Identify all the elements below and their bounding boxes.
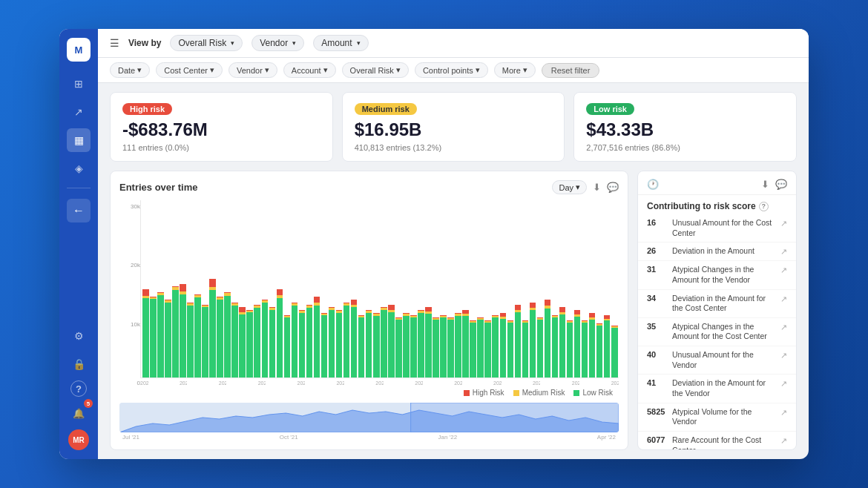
bar-group — [157, 203, 164, 377]
bar-group — [477, 203, 484, 377]
external-link-icon[interactable]: ↗ — [780, 436, 787, 446]
risk-score-number: 41 — [647, 378, 668, 387]
cost-center-filter[interactable]: Cost Center ▾ — [156, 62, 223, 78]
more-filter[interactable]: More ▾ — [494, 62, 536, 78]
x-label: 2022-03-01 — [454, 380, 462, 386]
chart-area: 30k 20k 10k 0 2021-07-012021-08-012021-0… — [119, 200, 619, 441]
risk-row[interactable]: 16Unusual Amount for the Cost Center↗ — [638, 214, 796, 243]
bar-segment-low — [187, 306, 194, 377]
sidebar-icon-bar[interactable]: ▦ — [67, 128, 91, 152]
bar-group — [455, 203, 461, 377]
bar-segment-low — [596, 326, 603, 377]
bar-group — [530, 203, 536, 377]
back-button[interactable]: ← — [67, 199, 91, 222]
bar-segment-low — [366, 313, 372, 377]
mini-chart[interactable] — [119, 403, 619, 432]
risk-row[interactable]: 40Unusual Amount for the Vendor↗ — [638, 346, 796, 375]
vendor-filter[interactable]: Vendor ▾ — [251, 35, 304, 51]
lock-icon[interactable]: 🔒 — [67, 352, 91, 376]
bar-segment-low — [172, 290, 179, 377]
x-label: 2021-09-01 — [219, 380, 227, 386]
bar-group — [611, 203, 618, 377]
bar-segment-high — [142, 289, 149, 296]
bar-segment-low — [157, 295, 164, 377]
risk-score-number: 5825 — [647, 407, 668, 416]
comment-icon[interactable]: 💬 — [607, 182, 619, 193]
bar-segment-low — [202, 307, 208, 377]
chevron-down-icon: ▾ — [137, 65, 142, 75]
bar-segment-low — [358, 317, 365, 377]
bar-segment-low — [217, 300, 223, 377]
low-risk-card: Low risk $43.33B 2,707,516 entries (86.8… — [573, 92, 797, 162]
bar-group — [433, 203, 439, 377]
bar-segment-high — [209, 279, 216, 287]
vendor-filter-bar[interactable]: Vendor ▾ — [228, 62, 277, 78]
external-link-icon[interactable]: ↗ — [780, 266, 787, 275]
bar-group — [395, 203, 402, 377]
download-icon[interactable]: ⬇ — [593, 182, 601, 193]
download-icon-right[interactable]: ⬇ — [761, 179, 769, 190]
risk-row[interactable]: 35Atypical Changes in the Amount for the… — [638, 318, 796, 346]
overall-risk-filter[interactable]: Overall Risk ▾ — [170, 35, 243, 51]
y-axis: 30k 20k 10k 0 — [119, 200, 140, 397]
sidebar-icon-tag[interactable]: ◈ — [67, 156, 91, 180]
risk-score-number: 6077 — [647, 435, 668, 444]
external-link-icon[interactable]: ↗ — [780, 408, 787, 418]
risk-row[interactable]: 31Atypical Changes in the Amount for the… — [638, 261, 796, 289]
bell-icon[interactable]: 🔔 — [67, 401, 91, 425]
overall-risk-filter-bar[interactable]: Overall Risk ▾ — [342, 62, 409, 78]
chart-title: Entries over time — [119, 182, 198, 193]
sidebar-icon-chart[interactable]: ↗ — [67, 100, 91, 124]
gear-icon[interactable]: ⚙ — [67, 324, 91, 348]
main-content: ☰ View by Overall Risk ▾ Vendor ▾ Amount… — [98, 29, 809, 459]
bar-group — [187, 203, 194, 377]
date-filter[interactable]: Date ▾ — [110, 62, 150, 78]
y-label-20k: 20k — [131, 262, 140, 268]
info-icon[interactable]: ? — [759, 202, 769, 211]
high-risk-card: High risk -$683.76M 111 entries (0.0%) — [110, 92, 333, 162]
risk-description: Unusual Amount for the Cost Center — [672, 218, 777, 238]
bar-group — [246, 203, 253, 377]
risk-row[interactable]: 6077Rare Account for the Cost Center↗ — [638, 432, 796, 449]
comment-icon-right[interactable]: 💬 — [775, 179, 787, 190]
risk-row[interactable]: 41Deviation in the Amount for the Vendor… — [638, 375, 796, 403]
x-label: 2021-08-01 — [180, 380, 188, 386]
risk-score-number: 35 — [647, 322, 668, 331]
external-link-icon[interactable]: ↗ — [780, 219, 787, 228]
external-link-icon[interactable]: ↗ — [780, 323, 787, 332]
chevron-down-icon: ▾ — [476, 65, 480, 75]
bar-group — [277, 203, 283, 377]
bar-group — [604, 203, 611, 377]
bar-segment-low — [329, 310, 335, 377]
external-link-icon[interactable]: ↗ — [780, 351, 787, 360]
reset-filter-button[interactable]: Reset filter — [542, 63, 600, 78]
help-icon[interactable]: ? — [70, 380, 87, 397]
app-logo[interactable]: M — [67, 38, 91, 62]
clock-icon: 🕐 — [647, 179, 659, 190]
bar-group — [269, 203, 276, 377]
amount-filter[interactable]: Amount ▾ — [313, 35, 368, 51]
external-link-icon[interactable]: ↗ — [780, 247, 787, 257]
day-button[interactable]: Day ▾ — [552, 180, 587, 194]
medium-risk-amount: $16.95B — [355, 119, 553, 140]
account-filter[interactable]: Account ▾ — [283, 62, 336, 78]
bar-segment-low — [381, 310, 387, 377]
bar-group — [567, 203, 573, 377]
control-points-filter[interactable]: Control points ▾ — [415, 62, 488, 78]
sidebar-icon-table[interactable]: ⊞ — [67, 72, 91, 96]
avatar: MR — [68, 429, 89, 450]
x-label: 2022-02-01 — [415, 380, 423, 386]
bar-group — [150, 203, 157, 377]
external-link-icon[interactable]: ↗ — [780, 379, 787, 389]
external-link-icon[interactable]: ↗ — [780, 294, 787, 304]
bar-group — [440, 203, 447, 377]
risk-row[interactable]: 5825Atypical Volume for the Vendor↗ — [638, 403, 796, 432]
risk-row[interactable]: 34Deviation in the Amount for the Cost C… — [638, 290, 796, 318]
menu-icon[interactable]: ☰ — [110, 37, 119, 49]
chevron-down-icon: ▾ — [265, 65, 269, 75]
risk-row[interactable]: 26Deviation in the Amount↗ — [638, 243, 796, 261]
contributing-title: Contributing to risk score ? — [638, 195, 796, 214]
bar-group — [484, 203, 491, 377]
bar-group — [410, 203, 417, 377]
bar-group — [418, 203, 424, 377]
